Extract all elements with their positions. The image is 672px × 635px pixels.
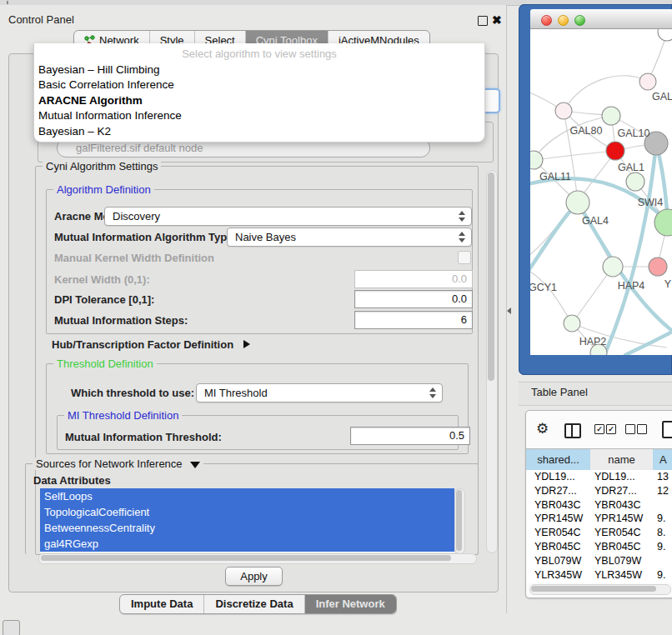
table-row[interactable]: YBR043CYBR043C [526,498,672,512]
network-node[interactable] [658,29,672,41]
tab-discretize-data[interactable]: Discretize Data [204,595,304,613]
mi-type-combo[interactable]: Naive Bayes [227,228,472,247]
column-header-shared[interactable]: shared... [526,449,591,470]
table-row[interactable]: YPR145WYPR145W9. [526,512,672,526]
algorithm-option[interactable]: Basic Correlation Inference [34,78,484,92]
table-cell: YDL19... [594,470,635,484]
table-hscrollbar-thumb[interactable] [531,586,656,592]
select-all-icon[interactable]: ✓ [606,424,616,434]
splitter-collapse-icon[interactable] [507,308,511,314]
kernel-width-input[interactable]: 0.0 [354,270,473,288]
column-header-name[interactable]: name [590,449,654,470]
hub-expander[interactable]: Hub/Transcription Factor Definition [52,338,250,351]
which-threshold-combo[interactable]: MI Threshold [196,383,443,402]
attributes-scrollbar-thumb[interactable] [456,490,462,551]
algorithm-placeholder: Select algorithm to view settings [34,43,484,62]
table-hscrollbar[interactable] [529,584,671,595]
node-label: GAL [652,91,672,102]
attribute-item[interactable]: gal4RGexp [40,536,454,552]
mi-steps-input[interactable]: 6 [354,311,473,329]
mi-type-value: Naive Bayes [235,231,296,243]
aracne-mode-value: Discovery [113,210,160,222]
table-cell: 9. [657,512,665,526]
table-cell: YBR045C [594,540,641,554]
table-row[interactable]: YLR345WYLR345W9. [526,568,672,582]
network-node-gal4[interactable] [566,191,589,214]
network-edge[interactable] [530,265,572,323]
table-cell: 8. [657,526,665,540]
table-cell: YBL079W [594,554,641,568]
network-node-gal1[interactable] [606,142,624,160]
app-root: Control Panel ✖ NetworkStyleSelectCyni T… [0,0,672,635]
network-node-gal10[interactable] [602,107,620,125]
table-doc-icon[interactable] [662,421,672,438]
expander-right-icon [243,340,250,348]
manual-kernel-checkbox[interactable] [458,251,471,264]
network-node-hap4[interactable] [603,257,623,277]
table-row[interactable]: YBL079WYBL079W [526,554,672,568]
mi-threshold-input[interactable]: 0.5 [350,427,470,445]
top-tick-mark [7,1,8,4]
dpi-tolerance-input[interactable]: 0.0 [354,290,473,308]
network-canvas[interactable]: GALGAL80GAL10GAL1GAL11SWI4GAL4HAP4YGCY1H… [530,29,672,355]
collapsed-panel-icon[interactable] [3,620,20,635]
algorithm-option[interactable]: Dream8 DC_TDC Algorithm [34,139,484,142]
split-view-icon[interactable] [564,423,581,438]
algorithm-option[interactable]: Mutual Information Inference [34,108,484,123]
network-edge[interactable] [564,76,648,111]
node-label: GAL10 [618,128,650,139]
deselect-all-icon[interactable] [625,424,635,434]
aracne-mode-combo[interactable]: Discovery [104,207,472,226]
network-edge[interactable] [534,151,615,160]
algorithm-option[interactable]: ARACNE Algorithm [34,93,484,108]
float-window-icon[interactable] [478,16,488,26]
column-header-a[interactable]: A [653,449,672,470]
sources-title-row[interactable]: Sources for Network Inference [33,458,203,470]
network-node-gal[interactable] [639,73,656,90]
close-icon[interactable]: ✖ [492,12,502,28]
network-edge[interactable] [572,267,613,323]
attribute-item[interactable]: SelfLoops [40,488,454,504]
network-graph: GALGAL80GAL10GAL1GAL11SWI4GAL4HAP4YGCY1H… [530,29,672,355]
table-cell: YPR145W [594,512,643,526]
window-close-icon[interactable] [541,15,552,26]
table-cell: 9. [657,540,665,554]
table-cell: YER054C [534,526,581,540]
deselect-all-icon[interactable] [637,424,647,434]
apply-button[interactable]: Apply [225,567,283,586]
network-edge[interactable] [534,116,611,160]
table-row[interactable]: YDL19...YDL19...13 [526,470,672,484]
which-threshold-value: MI Threshold [204,387,268,399]
settings-scrollbar-thumb[interactable] [488,172,494,381]
table-row[interactable]: YDR27...YDR27...12 [526,484,672,498]
node-label: GAL80 [570,125,603,137]
network-window-titlebar[interactable] [530,9,672,29]
attribute-item[interactable]: TopologicalCoefficient [40,504,454,520]
attributes-hscrollbar-thumb[interactable] [41,555,451,561]
table-cell: YDR27... [594,484,637,498]
select-all-icon[interactable]: ✓ [594,424,604,434]
table-row[interactable]: YER054CYER054C8. [526,526,672,540]
table-row[interactable]: YIL052CYIL052C9 [526,582,672,583]
network-node-y[interactable] [649,258,667,276]
gear-icon[interactable]: ⚙ [536,422,549,436]
algorithm-definition-title: Algorithm Definition [53,183,154,196]
attribute-item[interactable]: BetweennessCentrality [40,520,454,536]
table-cell: YBR045C [534,540,581,554]
window-minimize-icon[interactable] [558,15,569,26]
tab-infer-network[interactable]: Infer Network [305,595,396,613]
settings-scrollbar[interactable] [486,170,498,553]
network-node-hap2[interactable] [564,315,580,332]
table-cell: YER054C [594,526,641,540]
network-edge-thick[interactable] [530,202,578,285]
table-row[interactable]: YBR045CYBR045C9. [526,540,672,554]
mi-steps-label: Mutual Information Steps: [54,314,188,327]
network-node-gal80[interactable] [555,102,572,119]
algorithm-option[interactable]: Bayesian – K2 [34,124,484,139]
window-zoom-icon[interactable] [574,15,585,26]
network-node-swi4[interactable] [626,172,644,191]
attributes-scrollbar[interactable] [454,488,465,554]
algorithm-option[interactable]: Bayesian – Hill Climbing [34,62,484,78]
tab-impute-data[interactable]: Impute Data [120,595,204,613]
attributes-hscrollbar[interactable] [38,553,477,564]
